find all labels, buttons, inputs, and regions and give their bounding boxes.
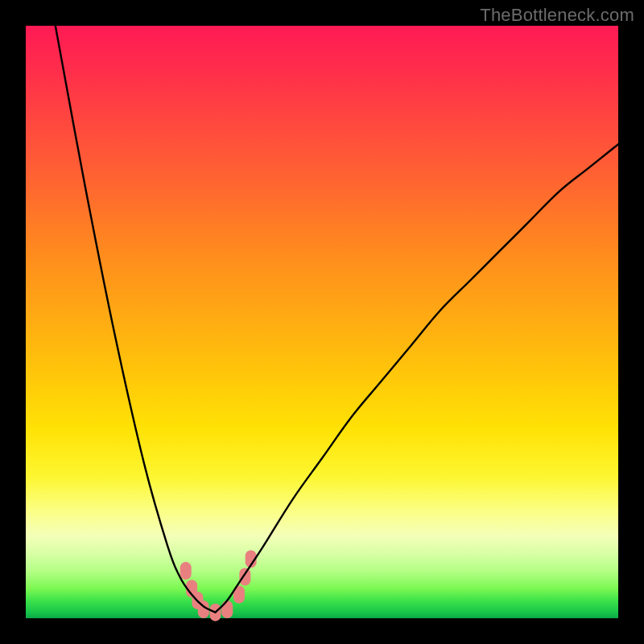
left-branch-curve bbox=[56, 26, 216, 613]
plot-area bbox=[26, 26, 618, 618]
highlight-marker bbox=[239, 568, 250, 585]
watermark-text: TheBottleneck.com bbox=[480, 5, 634, 26]
chart-frame: TheBottleneck.com bbox=[0, 0, 644, 644]
highlight-marker bbox=[180, 562, 192, 580]
right-branch-curve bbox=[216, 144, 618, 612]
curves-svg bbox=[26, 26, 618, 618]
highlight-marker bbox=[221, 601, 233, 618]
